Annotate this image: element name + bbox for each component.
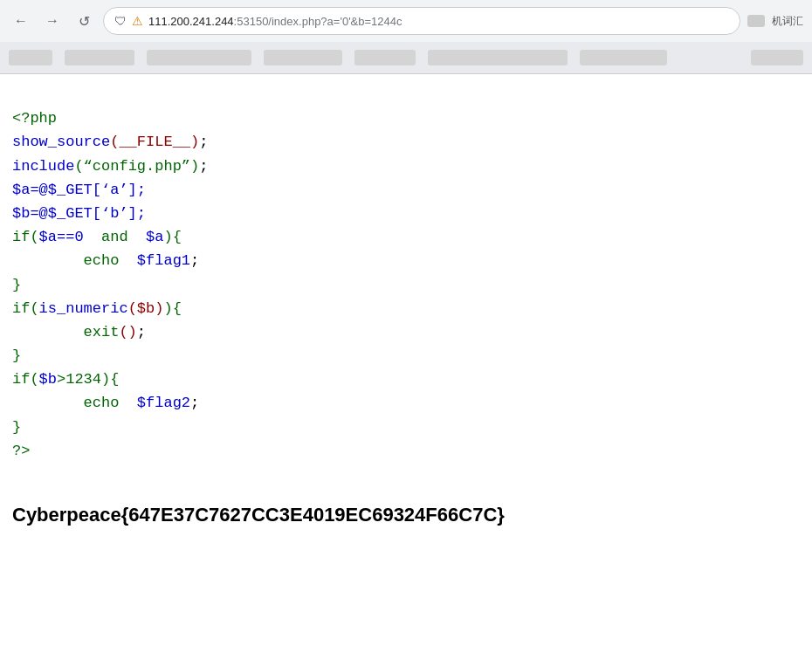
if-b-gt-line: if(: [12, 371, 39, 388]
if-a-line: if(: [12, 229, 39, 245]
b-var-gt: $b: [39, 371, 57, 388]
echo-flag1-semi: ;: [190, 252, 199, 269]
isnumeric-func: is_numeric: [39, 300, 128, 317]
code-block: <?php show_source(__FILE__); include(“co…: [12, 83, 800, 486]
a-var2: $a: [146, 229, 163, 245]
include-func: include: [12, 158, 74, 175]
right-section: 机词汇: [747, 14, 803, 29]
if-numeric-brace: ){: [163, 300, 181, 317]
right-label: 机词汇: [772, 14, 803, 29]
page-content: <?php show_source(__FILE__); include(“co…: [0, 74, 812, 633]
close-brace-3: }: [12, 419, 21, 436]
security-icon: 🛡: [114, 14, 127, 28]
if-b-brace: ){: [101, 371, 119, 388]
show-source-arg: (__FILE__): [110, 134, 199, 150]
and-kw: and: [84, 229, 146, 245]
url-host: 111.200.241.244: [148, 15, 234, 28]
close-brace-1: }: [12, 277, 21, 293]
forward-button[interactable]: →: [40, 9, 65, 33]
echo-flag1-kw: echo: [12, 252, 137, 269]
echo-flag2-semi: ;: [190, 395, 199, 411]
url-path: :53150/index.php?a='0'&b=1244c: [234, 15, 403, 28]
url-text: 111.200.241.244:53150/index.php?a='0'&b=…: [148, 15, 729, 28]
flag1-var: $flag1: [137, 252, 190, 269]
php-open-tag: <?php: [12, 110, 57, 127]
browser-chrome: ← → ↺ 🛡 ⚠ 111.200.241.244:53150/index.ph…: [0, 0, 812, 74]
php-close-tag: ?>: [12, 443, 30, 459]
show-source-func: show_source: [12, 134, 110, 150]
exit-kw: exit: [12, 324, 119, 340]
echo-flag2-kw: echo: [12, 395, 137, 411]
nav-bar: ← → ↺ 🛡 ⚠ 111.200.241.244:53150/index.ph…: [0, 0, 812, 42]
var-a-assign: $a=@$_GET[‘a’];: [12, 182, 146, 198]
if-isnumeric-line: if(: [12, 300, 39, 317]
address-bar[interactable]: 🛡 ⚠ 111.200.241.244:53150/index.php?a='0…: [103, 7, 740, 35]
tabs-bar: [0, 42, 812, 73]
include-semi: ;: [199, 158, 208, 175]
flag-output: Cyberpeace{647E37C7627CC3E4019EC69324F66…: [12, 504, 800, 526]
if-a-brace: ){: [163, 229, 181, 245]
a-var-cmp: $a==0: [39, 229, 84, 245]
back-button[interactable]: ←: [9, 9, 33, 33]
show-source-semi: ;: [199, 134, 208, 150]
exit-semi: ;: [137, 324, 146, 340]
var-b-assign: $b=@$_GET[‘b’];: [12, 205, 146, 222]
include-arg: (“config.php”): [74, 158, 199, 175]
gt-op: >1234: [57, 371, 101, 388]
warning-icon: ⚠: [132, 14, 143, 28]
close-brace-2: }: [12, 347, 21, 364]
blurred-menu: [747, 15, 765, 27]
flag2-var: $flag2: [137, 395, 190, 411]
refresh-button[interactable]: ↺: [72, 9, 96, 33]
isnumeric-arg: ($b): [128, 300, 164, 317]
exit-parens: (): [119, 324, 136, 340]
